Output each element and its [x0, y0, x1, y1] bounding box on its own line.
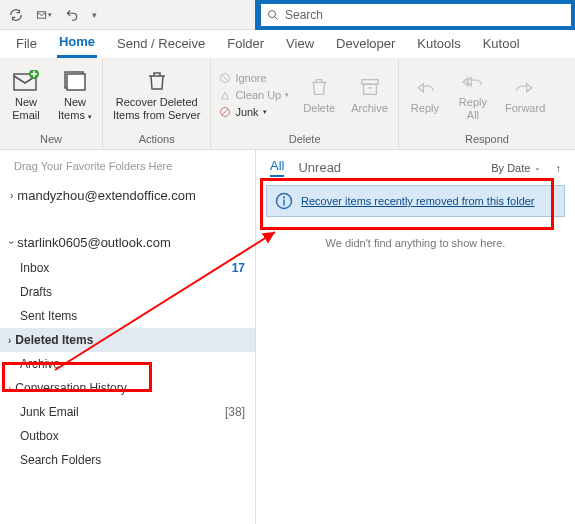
- archive-button[interactable]: Archive: [347, 72, 392, 116]
- svg-point-15: [283, 196, 285, 198]
- send-receive-icon[interactable]: ▾: [36, 7, 52, 23]
- ribbon: New Email New Items ▾ New Recover Delete…: [0, 58, 575, 150]
- tab-developer[interactable]: Developer: [334, 32, 397, 57]
- tab-home[interactable]: Home: [57, 30, 97, 58]
- delete-label: Delete: [303, 102, 335, 114]
- ribbon-group-actions: Recover Deleted Items from Server Action…: [103, 58, 211, 149]
- svg-rect-6: [67, 74, 85, 90]
- folder-outbox-label: Outbox: [20, 429, 59, 443]
- reply-all-button[interactable]: Reply All: [453, 66, 493, 122]
- search-input[interactable]: Search: [261, 4, 571, 26]
- recover-link[interactable]: Recover items recently removed from this…: [301, 195, 535, 207]
- svg-point-1: [269, 10, 276, 17]
- folder-archive[interactable]: Archive: [0, 352, 255, 376]
- svg-line-2: [275, 16, 278, 19]
- ribbon-group-new-label: New: [0, 131, 102, 149]
- tab-view[interactable]: View: [284, 32, 316, 57]
- tab-folder[interactable]: Folder: [225, 32, 266, 57]
- reply-all-icon: [461, 68, 485, 94]
- folder-conversation-history[interactable]: › Conversation History: [0, 376, 255, 400]
- ribbon-group-actions-label: Actions: [103, 131, 210, 149]
- filter-bar: All Unread By Date ⌄ ↑: [256, 150, 575, 185]
- tab-kutools[interactable]: Kutools: [415, 32, 462, 57]
- svg-line-10: [222, 109, 228, 115]
- search-container: Search: [255, 0, 575, 30]
- folder-sent[interactable]: Sent Items: [0, 304, 255, 328]
- ignore-label: Ignore: [235, 72, 266, 84]
- message-list-pane: All Unread By Date ⌄ ↑ Recover items rec…: [256, 150, 575, 524]
- ribbon-tabs: File Home Send / Receive Folder View Dev…: [0, 30, 575, 58]
- sort-button[interactable]: By Date ⌄ ↑: [491, 162, 561, 174]
- folder-outbox[interactable]: Outbox: [0, 424, 255, 448]
- ignore-button[interactable]: Ignore: [217, 71, 291, 85]
- folder-deleted-items[interactable]: › Deleted Items: [0, 328, 255, 352]
- recover-deleted-button[interactable]: Recover Deleted Items from Server: [109, 66, 204, 122]
- sort-asc-icon[interactable]: ↑: [556, 162, 562, 174]
- qat: ▾ ▾: [0, 7, 105, 23]
- cleanup-button[interactable]: Clean Up ▾: [217, 88, 291, 102]
- delete-button[interactable]: Delete: [299, 72, 339, 116]
- recover-items-bar[interactable]: Recover items recently removed from this…: [266, 185, 565, 217]
- empty-message: We didn't find anything to show here.: [256, 217, 575, 269]
- sort-label: By Date: [491, 162, 530, 174]
- new-items-button[interactable]: New Items ▾: [54, 66, 96, 122]
- reply-button[interactable]: Reply: [405, 72, 445, 116]
- chevron-down-icon: ›: [6, 241, 17, 244]
- new-email-icon: [13, 68, 39, 94]
- tab-file[interactable]: File: [14, 32, 39, 57]
- tab-send-receive[interactable]: Send / Receive: [115, 32, 207, 57]
- search-icon: [267, 9, 279, 21]
- reply-all-label: Reply All: [459, 96, 487, 120]
- qat-more[interactable]: ▾: [92, 10, 97, 20]
- new-email-label: New Email: [12, 96, 40, 120]
- reply-label: Reply: [411, 102, 439, 114]
- svg-line-8: [222, 75, 228, 81]
- junk-label: Junk: [235, 106, 258, 118]
- info-icon: [275, 192, 293, 210]
- forward-button[interactable]: Forward: [501, 72, 549, 116]
- favorites-drop[interactable]: Drag Your Favorite Folders Here: [0, 150, 255, 182]
- folder-inbox[interactable]: Inbox 17: [0, 256, 255, 280]
- refresh-icon[interactable]: [8, 7, 24, 23]
- ribbon-group-delete: Ignore Clean Up ▾ Junk ▾ Delete: [211, 58, 399, 149]
- trash-recover-icon: [145, 68, 169, 94]
- tab-kutools2[interactable]: Kutool: [481, 32, 522, 57]
- new-email-button[interactable]: New Email: [6, 66, 46, 122]
- new-items-label: New Items ▾: [58, 96, 92, 120]
- account-2[interactable]: › starlink0605@outlook.com: [0, 229, 255, 256]
- reply-icon: [414, 74, 436, 100]
- search-placeholder: Search: [285, 8, 323, 22]
- chevron-right-icon: ›: [8, 335, 11, 346]
- folder-sent-label: Sent Items: [20, 309, 77, 323]
- folder-junk-label: Junk Email: [20, 405, 79, 419]
- recover-deleted-label: Recover Deleted Items from Server: [113, 96, 200, 120]
- filter-unread[interactable]: Unread: [298, 160, 341, 175]
- folder-archive-label: Archive: [20, 357, 60, 371]
- ribbon-group-respond-label: Respond: [399, 131, 575, 149]
- archive-icon: [359, 74, 381, 100]
- folder-search-folders[interactable]: Search Folders: [0, 448, 255, 472]
- account-1-label: mandyzhou@extendoffice.com: [17, 188, 195, 203]
- delete-icon: [308, 74, 330, 100]
- account-2-label: starlink0605@outlook.com: [17, 235, 170, 250]
- undo-icon[interactable]: [64, 7, 80, 23]
- new-items-icon: [62, 68, 88, 94]
- ribbon-group-delete-label: Delete: [211, 131, 398, 149]
- folder-conv-label: Conversation History: [15, 381, 126, 395]
- archive-label: Archive: [351, 102, 388, 114]
- workspace: Drag Your Favorite Folders Here › mandyz…: [0, 150, 575, 524]
- folder-inbox-label: Inbox: [20, 261, 49, 275]
- svg-rect-16: [283, 200, 285, 206]
- junk-button[interactable]: Junk ▾: [217, 105, 291, 119]
- ribbon-group-respond: Reply Reply All Forward Respond: [399, 58, 575, 149]
- folder-deleted-label: Deleted Items: [15, 333, 93, 347]
- folder-drafts[interactable]: Drafts: [0, 280, 255, 304]
- forward-label: Forward: [505, 102, 545, 114]
- folder-junk-count: [38]: [225, 405, 245, 419]
- folder-junk[interactable]: Junk Email [38]: [0, 400, 255, 424]
- folder-inbox-count: 17: [232, 261, 245, 275]
- folder-pane: Drag Your Favorite Folders Here › mandyz…: [0, 150, 256, 524]
- account-1[interactable]: › mandyzhou@extendoffice.com: [0, 182, 255, 209]
- forward-icon: [514, 74, 536, 100]
- filter-all[interactable]: All: [270, 158, 284, 177]
